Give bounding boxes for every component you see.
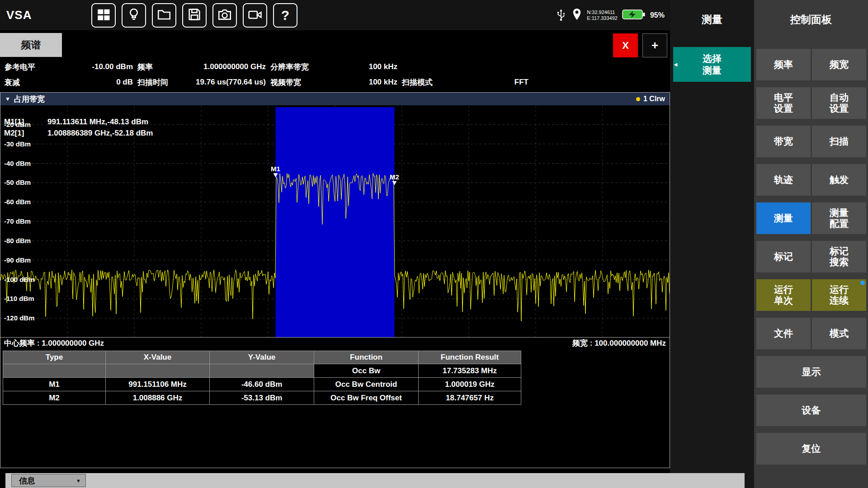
folder-icon <box>156 7 172 24</box>
usb-icon <box>555 7 567 23</box>
table-header-result: Function Result <box>419 351 521 364</box>
frequency-value: 1.000000000 GHz <box>203 62 266 71</box>
marker-search-button[interactable]: 标记 搜索 <box>812 241 866 272</box>
rbw-setting[interactable]: 分辨率带宽 100 kHz <box>266 61 397 73</box>
attenuation-label: 衰减 <box>5 77 20 88</box>
sweep-time-setting[interactable]: 扫描时间 19.76 us(770.64 us) <box>133 76 266 89</box>
screenshot-button[interactable] <box>212 3 237 28</box>
sweep-button[interactable]: 扫描 <box>812 126 866 157</box>
table-cell: 991.151106 MHz <box>106 378 210 391</box>
gps-coordinates: N:32.924611 E:117.333492 <box>587 9 618 21</box>
back-arrow-icon: ◄ <box>673 61 679 68</box>
table-cell: 1.000019 GHz <box>419 378 521 391</box>
run-continuous-label: 运行 连续 <box>830 284 849 306</box>
measure-config-button[interactable]: 测量 配置 <box>812 202 866 234</box>
rbw-value: 100 kHz <box>369 62 397 71</box>
video-camera-icon <box>247 7 263 24</box>
info-dropdown-label: 信息 <box>19 475 35 486</box>
settings-row-2: 衰减 0 dB 扫描时间 19.76 us(770.64 us) 视频带宽 10… <box>0 76 533 89</box>
collapse-icon[interactable]: ▼ <box>5 96 10 102</box>
add-tab-button[interactable]: + <box>642 33 667 57</box>
battery-icon <box>622 9 646 22</box>
file-button[interactable]: 文件 <box>756 318 811 349</box>
save-icon <box>187 7 202 24</box>
table-header-type: Type <box>3 351 106 364</box>
gps-lon: E:117.333492 <box>587 15 618 21</box>
trace-color-dot <box>636 97 640 101</box>
camera-icon <box>217 7 232 24</box>
tab-bar: 频谱 X + <box>0 30 670 58</box>
frequency-setting[interactable]: 频率 1.000000000 GHz <box>133 61 266 73</box>
battery-percentage: 95% <box>650 11 665 19</box>
marker-button[interactable]: 标记 <box>756 241 811 272</box>
marker2-value: 1.008886389 GHz,-52.18 dBm <box>47 129 153 137</box>
info-dropdown[interactable]: 信息 ▼ <box>11 474 86 487</box>
trace-button[interactable]: 轨迹 <box>756 164 811 196</box>
run-continuous-button[interactable]: 运行 连续 <box>812 279 866 311</box>
trace-indicator-label: 1 Clrw <box>643 95 665 103</box>
table-cell: Occ Bw Centroid <box>314 378 419 391</box>
chart-title: 占用带宽 <box>14 94 45 104</box>
attenuation-setting[interactable]: 衰减 0 dB <box>0 76 133 89</box>
reset-button[interactable]: 复位 <box>756 433 866 465</box>
table-cell <box>3 364 106 378</box>
windows-menu-button[interactable] <box>91 3 116 28</box>
chart-header[interactable]: ▼ 占用带宽 1 Clrw <box>0 93 670 105</box>
marker1-value: 991.113611 MHz,-48.13 dBm <box>47 117 148 126</box>
table-cell: -46.60 dBm <box>210 378 314 391</box>
windows-icon <box>96 7 111 24</box>
ref-level-setting[interactable]: 参考电平 -10.00 dBm <box>0 61 133 73</box>
mode-button[interactable]: 模式 <box>812 318 866 349</box>
auto-settings-button[interactable]: 自动 设置 <box>812 87 866 119</box>
trace-indicator[interactable]: 1 Clrw <box>636 95 665 103</box>
span-readout: 频宽 : 100.000000000 MHz <box>572 338 666 348</box>
vbw-label: 视频带宽 <box>270 77 301 88</box>
status-cluster: N:32.924611 E:117.333492 95% <box>555 0 665 30</box>
select-measure-button[interactable]: ◄ 选择 测量 <box>673 47 751 82</box>
table-cell <box>210 364 314 378</box>
close-tab-button[interactable]: X <box>613 33 638 57</box>
display-button[interactable]: 显示 <box>756 356 866 388</box>
main-area: VSA ? <box>0 0 670 488</box>
vbw-setting[interactable]: 视频带宽 100 kHz <box>266 76 397 89</box>
backlight-button[interactable] <box>122 3 146 28</box>
center-frequency-readout: 中心频率 : 1.000000000 GHz <box>4 338 104 348</box>
ref-level-label: 参考电平 <box>5 62 35 72</box>
gps-lat: N:32.924611 <box>587 9 618 15</box>
spectrum-plot[interactable]: M1M2 -20 dBm-30 dBm-40 dBm-50 dBm-60 dBm… <box>0 105 670 338</box>
control-panel: 控制面板 频率 频宽 电平 设置 自动 设置 带宽 扫描 轨迹 触发 测量 测量… <box>754 0 868 488</box>
sweep-mode-value: FFT <box>514 78 528 87</box>
frequency-label: 频率 <box>137 62 153 72</box>
sweep-time-label: 扫描时间 <box>137 77 168 88</box>
spectrum-trace-svg: M1M2 <box>0 105 670 338</box>
toolbar: ? <box>91 3 297 28</box>
table-header-xvalue: X-Value <box>106 351 210 364</box>
sweep-mode-setting[interactable]: 扫描模式 FFT <box>397 76 528 89</box>
level-settings-button[interactable]: 电平 设置 <box>756 87 811 119</box>
help-icon: ? <box>281 8 289 23</box>
table-cell <box>106 364 210 378</box>
table-header-yvalue: Y-Value <box>210 351 314 364</box>
frequency-button[interactable]: 频率 <box>756 49 811 80</box>
record-button[interactable] <box>243 3 267 28</box>
device-button[interactable]: 设备 <box>756 394 866 426</box>
app-logo: VSA <box>6 8 32 22</box>
bottom-bar: 信息 ▼ <box>5 473 745 488</box>
table-cell: Occ Bw <box>314 364 419 378</box>
bandwidth-button[interactable]: 带宽 <box>756 126 811 157</box>
tab-spectrum[interactable]: 频谱 <box>0 33 62 57</box>
settings-row-1: 参考电平 -10.00 dBm 频率 1.000000000 GHz 分辨率带宽… <box>0 61 533 73</box>
table-cell: 18.747657 Hz <box>419 391 521 405</box>
help-button[interactable]: ? <box>273 3 297 28</box>
trigger-button[interactable]: 触发 <box>812 164 866 196</box>
top-bar: VSA ? <box>0 0 670 30</box>
open-file-button[interactable] <box>152 3 176 28</box>
measure-button[interactable]: 测量 <box>756 202 811 234</box>
save-button[interactable] <box>182 3 207 28</box>
run-single-button[interactable]: 运行 单次 <box>756 279 811 311</box>
table-cell: 1.008886 GHz <box>106 391 210 405</box>
span-button[interactable]: 频宽 <box>812 49 866 80</box>
marker-m2-label: M2 <box>390 173 399 181</box>
ref-level-value: -10.00 dBm <box>92 62 133 71</box>
select-measure-label: 选择 测量 <box>703 53 722 75</box>
